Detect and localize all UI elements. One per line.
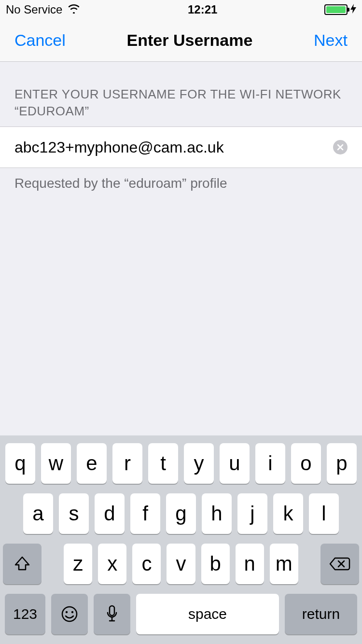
cancel-button[interactable]: Cancel	[14, 31, 66, 50]
clock: 12:21	[188, 3, 217, 16]
key-dictation[interactable]	[94, 594, 130, 634]
key-g[interactable]: g	[166, 493, 196, 534]
wifi-icon	[67, 3, 81, 16]
key-y[interactable]: y	[184, 443, 214, 484]
svg-point-0	[62, 607, 77, 621]
keyboard-row-3: z x c v b n m	[3, 544, 359, 584]
key-q[interactable]: q	[5, 443, 35, 484]
key-v[interactable]: v	[167, 544, 195, 584]
key-j[interactable]: j	[237, 493, 267, 534]
clear-input-button[interactable]	[333, 140, 348, 154]
key-f[interactable]: f	[130, 493, 160, 534]
key-w[interactable]: w	[41, 443, 71, 484]
username-row	[0, 126, 362, 168]
page-title: Enter Username	[127, 31, 253, 50]
key-numbers[interactable]: 123	[5, 594, 45, 634]
key-e[interactable]: e	[77, 443, 107, 484]
svg-point-1	[66, 611, 68, 613]
close-icon	[337, 144, 344, 151]
key-b[interactable]: b	[201, 544, 230, 584]
status-left: No Service	[6, 3, 81, 16]
key-u[interactable]: u	[220, 443, 250, 484]
key-l[interactable]: l	[309, 493, 339, 534]
battery-icon	[324, 4, 348, 15]
keyboard-row-4: 123 space return	[3, 594, 359, 634]
carrier-text: No Service	[6, 3, 62, 16]
svg-rect-3	[110, 606, 114, 616]
emoji-icon	[61, 605, 78, 623]
key-h[interactable]: h	[202, 493, 232, 534]
keyboard-row-1: q w e r t y u i o p	[3, 443, 359, 484]
key-c[interactable]: c	[132, 544, 161, 584]
key-x[interactable]: x	[98, 544, 126, 584]
key-i[interactable]: i	[255, 443, 285, 484]
key-t[interactable]: t	[148, 443, 178, 484]
key-space[interactable]: space	[136, 594, 279, 634]
charging-icon	[350, 4, 356, 16]
backspace-icon	[329, 556, 350, 572]
key-a[interactable]: a	[23, 493, 53, 534]
keyboard-row-2: a s d f g h j k l	[3, 493, 359, 534]
key-k[interactable]: k	[273, 493, 303, 534]
key-m[interactable]: m	[270, 544, 298, 584]
key-emoji[interactable]	[51, 594, 88, 634]
section-footer: Requested by the “eduroam” profile	[0, 168, 362, 199]
key-return[interactable]: return	[285, 594, 357, 634]
key-o[interactable]: o	[291, 443, 321, 484]
username-input[interactable]	[14, 139, 333, 156]
key-n[interactable]: n	[236, 544, 264, 584]
svg-point-2	[71, 611, 73, 613]
key-z[interactable]: z	[64, 544, 92, 584]
status-right	[324, 4, 356, 16]
keyboard: q w e r t y u i o p a s d f g h j k l z …	[0, 435, 362, 644]
key-shift[interactable]	[3, 544, 42, 584]
next-button[interactable]: Next	[314, 31, 348, 50]
key-d[interactable]: d	[95, 493, 125, 534]
status-bar: No Service 12:21	[0, 0, 362, 19]
nav-bar: Cancel Enter Username Next	[0, 19, 362, 62]
microphone-icon	[106, 605, 118, 623]
section-header: ENTER YOUR USERNAME FOR THE WI-FI NETWOR…	[0, 62, 362, 126]
key-r[interactable]: r	[112, 443, 142, 484]
key-backspace[interactable]	[320, 544, 359, 584]
key-p[interactable]: p	[327, 443, 357, 484]
shift-icon	[14, 555, 31, 573]
key-s[interactable]: s	[59, 493, 89, 534]
